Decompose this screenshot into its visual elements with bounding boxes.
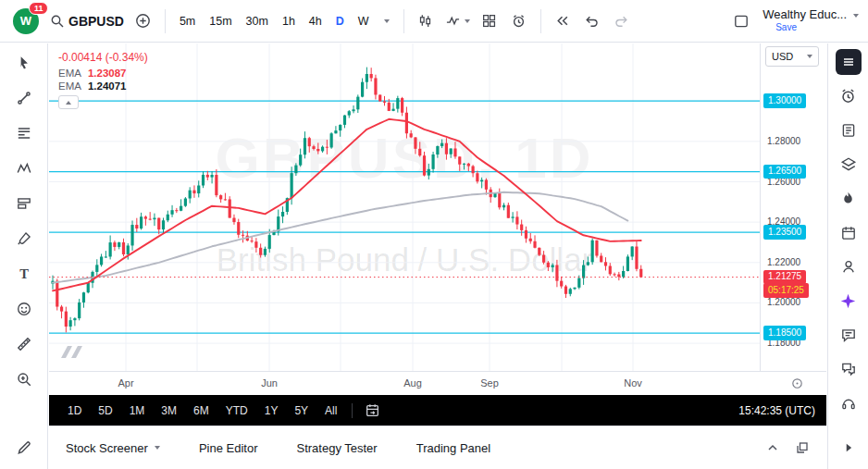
scale-settings-icon[interactable] (790, 376, 804, 390)
forecast-tool-button[interactable] (10, 191, 38, 216)
range-5d[interactable]: 5D (91, 401, 119, 420)
chart-style-button[interactable] (412, 6, 440, 36)
interval-menu-caret[interactable] (378, 6, 396, 36)
indicator-legend-row[interactable]: EMA1.23087 (58, 68, 148, 79)
news-button[interactable] (835, 118, 862, 142)
open-panel-button[interactable] (835, 436, 862, 460)
last-price-label: 1.21275 (763, 270, 806, 285)
range-5y[interactable]: 5Y (287, 401, 316, 420)
interval-5m[interactable]: 5m (173, 10, 202, 32)
time-axis[interactable]: AprJunAugSepNov (49, 371, 826, 395)
zoom-tool-button[interactable] (10, 367, 38, 391)
chart-pane: GBPUSD, 1D British Pound / U.S. Dollar -… (49, 43, 826, 469)
text-tool-button[interactable]: T (10, 262, 38, 286)
alert-button[interactable] (505, 6, 533, 36)
range-ytd[interactable]: YTD (218, 401, 255, 420)
indicators-button[interactable] (441, 6, 474, 36)
ai-assistant-button[interactable] (835, 289, 862, 313)
bar-replay-button[interactable] (549, 6, 577, 36)
chevron-down-icon (807, 55, 812, 58)
edit-tool-button[interactable] (10, 436, 38, 460)
layout-name: Wealthy Educ... (763, 8, 847, 22)
conversations-button[interactable] (835, 357, 862, 381)
person-icon (840, 258, 857, 275)
interval-group: 5m15m30m1h4hDW (173, 10, 376, 32)
layout-grid-button[interactable] (476, 6, 503, 36)
separator (403, 9, 404, 33)
alerts-button[interactable] (835, 84, 862, 108)
cursor-tool-button[interactable] (10, 51, 38, 75)
indicator-legend-row[interactable]: EMA1.24071 (58, 80, 148, 92)
calendar-button[interactable] (835, 221, 862, 245)
hotlists-button[interactable] (835, 187, 862, 211)
tradingview-app: W 11 GBPUSD 5m15m30m1h4hDW (0, 0, 868, 469)
trend-line-icon (16, 90, 32, 106)
speech-bubbles-icon (840, 361, 857, 377)
trend-line-tool-button[interactable] (10, 86, 38, 110)
play-icon (840, 439, 857, 456)
range-group: 1D5D1M3M6MYTD1Y5YAll (60, 401, 344, 420)
footer-tab-strategy-tester[interactable]: Strategy Tester (296, 441, 377, 455)
chat-button[interactable] (835, 323, 862, 347)
save-status[interactable]: Save (775, 22, 797, 33)
interval-15m[interactable]: 15m (203, 10, 238, 32)
legend: -0.00414 (-0.34%) EMA1.23087EMA1.24071 (58, 51, 148, 109)
compare-add-symbol-button[interactable] (130, 6, 157, 36)
support-button[interactable] (835, 391, 862, 415)
range-1m[interactable]: 1M (122, 401, 153, 420)
ideas-button[interactable] (835, 255, 862, 279)
footer-tab-stock-screener[interactable]: Stock Screener (66, 441, 160, 455)
pattern-tool-button[interactable] (10, 156, 38, 180)
smiley-icon (16, 301, 32, 317)
time-label: Nov (620, 377, 646, 389)
undo-arrow-icon (584, 13, 600, 29)
restore-panel-button[interactable] (795, 440, 810, 455)
chart-row: GBPUSD, 1D British Pound / U.S. Dollar -… (49, 43, 826, 371)
interval-d[interactable]: D (329, 10, 351, 32)
time-label: Jun (256, 377, 282, 389)
indicator-value: 1.23087 (88, 68, 127, 79)
range-1d[interactable]: 1D (60, 401, 89, 420)
legend-collapse-button[interactable] (58, 95, 79, 109)
fib-tool-button[interactable] (10, 121, 38, 145)
symbol-search-button[interactable]: GBPUSD (46, 6, 128, 36)
chart-area[interactable]: GBPUSD, 1D British Pound / U.S. Dollar -… (49, 43, 760, 371)
undo-button[interactable] (578, 6, 606, 36)
plus-circle-icon (135, 13, 151, 29)
interval-4h[interactable]: 4h (303, 10, 329, 32)
separator (352, 403, 353, 418)
expand-panel-button[interactable] (765, 440, 780, 455)
clock[interactable]: 15:42:35 (UTC) (738, 404, 815, 417)
price-scale[interactable]: USD 1.280001.260001.240001.220001.200001… (760, 43, 826, 371)
layout-name-menu[interactable]: Wealthy Educ... Save (763, 8, 859, 32)
currency-selector[interactable]: USD (765, 46, 819, 67)
journal-icon (840, 122, 857, 139)
emoji-tool-button[interactable] (10, 297, 38, 321)
xabcd-pattern-icon (16, 160, 32, 177)
footer-tabs: Stock ScreenerPine EditorStrategy Tester… (66, 441, 490, 455)
measure-tool-button[interactable] (10, 332, 38, 356)
redo-button[interactable] (608, 6, 636, 36)
interval-30m[interactable]: 30m (240, 10, 275, 32)
range-1y[interactable]: 1Y (257, 401, 286, 420)
footer-tab-pine-editor[interactable]: Pine Editor (199, 441, 258, 455)
legend-indicators: EMA1.23087EMA1.24071 (58, 68, 148, 92)
brush-tool-button[interactable] (10, 227, 38, 251)
separator (540, 9, 541, 33)
go-to-date-button[interactable] (360, 399, 384, 423)
interval-1h[interactable]: 1h (276, 10, 302, 32)
panel-controls (765, 440, 810, 455)
object-tree-button[interactable] (835, 153, 862, 177)
interval-w[interactable]: W (352, 10, 376, 32)
layout-select-button[interactable] (727, 6, 755, 36)
main-menu-button[interactable]: W 11 (9, 6, 43, 37)
right-sidebar (827, 43, 868, 469)
watchlist-button[interactable] (835, 50, 862, 74)
bottom-panel: Stock ScreenerPine EditorStrategy Tester… (49, 426, 826, 469)
chart-canvas[interactable] (49, 43, 760, 371)
range-3m[interactable]: 3M (154, 401, 184, 420)
range-all[interactable]: All (317, 401, 344, 420)
range-6m[interactable]: 6M (186, 401, 217, 420)
footer-tab-trading-panel[interactable]: Trading Panel (416, 441, 490, 455)
alarm-clock-icon (511, 13, 527, 29)
